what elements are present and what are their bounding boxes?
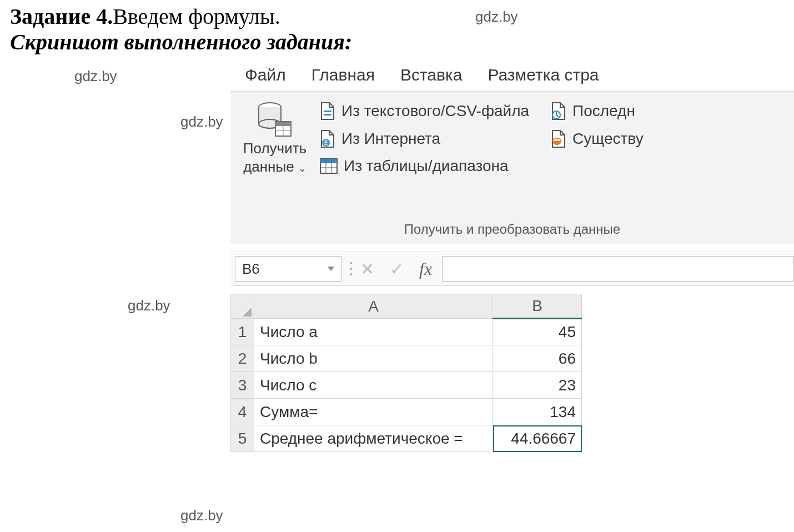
watermark-text: gdz.by (180, 507, 223, 524)
file-existing-icon (550, 129, 567, 148)
file-recent-icon (550, 102, 567, 121)
from-table-range-label: Из таблицы/диапазона (344, 157, 509, 175)
from-web-label: Из Интернета (341, 130, 440, 148)
from-text-csv-button[interactable]: Из текстового/CSV-файла (319, 102, 529, 121)
dropdown-arrow-icon (328, 267, 334, 271)
from-text-csv-label: Из текстового/CSV-файла (341, 102, 529, 120)
svg-rect-6 (324, 111, 331, 112)
cell-b4[interactable]: 134 (493, 399, 582, 425)
existing-connections-button[interactable]: Существу (550, 129, 644, 148)
tab-home[interactable]: Главная (311, 66, 375, 84)
cell-b2[interactable]: 66 (493, 345, 582, 372)
formula-input[interactable] (442, 256, 794, 282)
ribbon-group-label: Получить и преобразовать данные (230, 222, 794, 237)
name-box-value: B6 (242, 260, 260, 278)
svg-rect-10 (320, 159, 337, 163)
row-header[interactable]: 3 (231, 372, 254, 399)
cell-b1[interactable]: 45 (493, 319, 582, 345)
watermark-text: gdz.by (74, 68, 117, 85)
grip-separator-icon (347, 262, 355, 275)
watermark-text: gdz.by (180, 113, 223, 131)
cell-a4[interactable]: Сумма= (254, 399, 493, 425)
cell-b5[interactable]: 44.66667 (493, 425, 582, 452)
cancel-formula-button[interactable]: ✕ (360, 259, 374, 279)
row-header[interactable]: 1 (231, 319, 254, 345)
spreadsheet-grid: A B 1 Число a 45 2 Число b 66 3 Число c … (230, 294, 582, 452)
recent-sources-label: Последн (572, 102, 635, 120)
tab-file[interactable]: Файл (245, 66, 286, 84)
ribbon: Получить данные ⌄ Из текстового/CSV-файл… (230, 91, 794, 244)
table-range-icon (319, 158, 338, 174)
get-data-label: Получить данные ⌄ (243, 139, 306, 175)
select-all-corner[interactable] (231, 294, 254, 319)
task-title: Введем формулы. (113, 3, 280, 29)
cell-a3[interactable]: Число c (254, 372, 493, 399)
cell-a1[interactable]: Число a (254, 319, 493, 345)
row-header[interactable]: 4 (231, 399, 254, 425)
cell-a5[interactable]: Среднее арифметическое = (254, 425, 493, 452)
row-header[interactable]: 2 (231, 345, 254, 372)
svg-rect-3 (275, 122, 291, 126)
accept-formula-button[interactable]: ✓ (390, 259, 404, 279)
tab-insert[interactable]: Вставка (400, 66, 463, 84)
watermark-text: gdz.by (128, 297, 170, 314)
watermark-text: gdz.by (475, 8, 518, 26)
row-header[interactable]: 5 (231, 425, 254, 452)
recent-sources-button[interactable]: Последн (550, 102, 644, 121)
corner-triangle-icon (243, 308, 252, 317)
column-header-a[interactable]: A (254, 294, 493, 319)
task-number: Задание 4. (10, 3, 113, 29)
existing-connections-label: Существу (572, 130, 644, 148)
excel-screenshot: Файл Главная Вставка Разметка стра Получ… (230, 62, 794, 452)
screenshot-caption: Скриншот выполненного задания: (10, 29, 352, 55)
name-box[interactable]: B6 (235, 256, 341, 282)
tab-page-layout[interactable]: Разметка стра (488, 66, 599, 84)
ribbon-tabs: Файл Главная Вставка Разметка стра (230, 62, 794, 91)
file-csv-icon (319, 102, 336, 121)
formula-bar-row: B6 ✕ ✓ fx (230, 252, 794, 286)
task-heading: Задание 4. Введем формулы. (10, 3, 794, 29)
from-table-range-button[interactable]: Из таблицы/диапазона (319, 157, 529, 175)
svg-rect-7 (324, 114, 331, 116)
cell-a2[interactable]: Число b (254, 345, 493, 372)
get-data-button[interactable]: Получить данные ⌄ (236, 101, 314, 175)
cell-b3[interactable]: 23 (493, 372, 582, 399)
column-header-b[interactable]: B (493, 294, 582, 319)
file-web-icon (319, 129, 336, 148)
database-icon (257, 101, 293, 138)
insert-function-button[interactable]: fx (419, 259, 432, 279)
from-web-button[interactable]: Из Интернета (319, 129, 529, 148)
